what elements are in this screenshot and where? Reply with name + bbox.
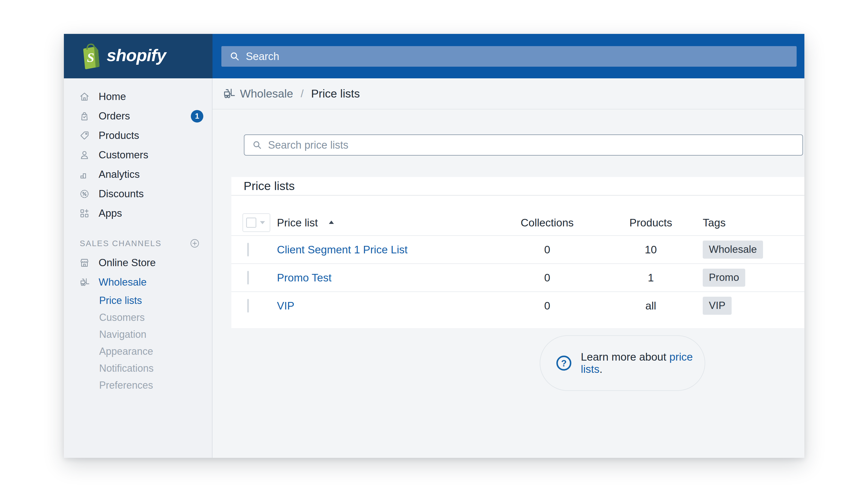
select-all-control[interactable] <box>242 213 270 232</box>
table-row: Promo Test 0 1 Promo <box>231 263 805 291</box>
sidebar-subitem-price-lists[interactable]: Price lists <box>64 292 212 309</box>
column-header-tags: Tags <box>703 217 805 229</box>
breadcrumb: Wholesale / Price lists <box>212 78 805 109</box>
column-header-collections: Collections <box>519 217 575 229</box>
storefront-icon <box>79 257 90 269</box>
home-icon <box>79 91 90 102</box>
search-icon <box>229 51 240 62</box>
sidebar-item-label: Customers <box>99 149 148 161</box>
breadcrumb-parent-link[interactable]: Wholesale <box>240 87 293 100</box>
table-row: Client Segment 1 Price List 0 10 Wholesa… <box>231 235 805 263</box>
sort-ascending-icon <box>329 221 334 224</box>
global-search-bar[interactable] <box>221 46 797 67</box>
learn-more-prefix: Learn more about <box>581 351 666 363</box>
content-area: Price lists Price list Collections Produ <box>212 110 805 458</box>
products-count: 1 <box>623 272 679 284</box>
app-window: shopify Home Orders 1 Products <box>64 34 805 458</box>
sidebar-subitem-navigation[interactable]: Navigation <box>64 326 212 343</box>
sidebar-item-label: Orders <box>99 110 130 122</box>
learn-more-callout: Learn more about price lists. <box>540 335 705 391</box>
price-lists-search-input[interactable] <box>268 139 802 151</box>
shopify-bag-icon <box>79 43 102 70</box>
topbar <box>212 34 805 78</box>
column-header-label: Price list <box>277 217 318 229</box>
page-background: shopify Home Orders 1 Products <box>0 0 868 492</box>
orders-count-badge: 1 <box>191 110 203 123</box>
price-lists-card: Price lists Price list Collections Produ <box>231 177 805 328</box>
tag-badge: Promo <box>703 269 745 287</box>
sidebar: Home Orders 1 Products Customers Analyti… <box>64 78 212 458</box>
sidebar-item-label: Online Store <box>99 257 156 269</box>
orders-bag-icon <box>79 110 90 122</box>
apps-grid-icon <box>79 207 90 219</box>
sidebar-item-apps[interactable]: Apps <box>64 204 212 223</box>
sidebar-item-analytics[interactable]: Analytics <box>64 165 212 184</box>
collections-count: 0 <box>519 300 575 312</box>
sidebar-item-home[interactable]: Home <box>64 87 212 106</box>
products-count: 10 <box>623 244 679 256</box>
help-circle-icon <box>555 354 572 372</box>
sidebar-item-label: Apps <box>99 207 122 219</box>
select-all-checkbox[interactable] <box>246 218 256 228</box>
bar-chart-icon <box>79 169 90 180</box>
price-list-link[interactable]: Promo Test <box>277 272 519 284</box>
sales-channels-header: SALES CHANNELS <box>64 233 212 253</box>
table-row: VIP 0 all VIP <box>231 291 805 319</box>
collections-count: 0 <box>519 244 575 256</box>
price-list-link[interactable]: Client Segment 1 Price List <box>277 244 519 256</box>
table-header-row: Price list Collections Products Tags <box>231 196 805 235</box>
breadcrumb-separator: / <box>301 88 304 100</box>
row-checkbox[interactable] <box>247 271 249 285</box>
sidebar-item-label: Discounts <box>99 188 144 200</box>
section-title: Price lists <box>231 177 805 196</box>
sidebar-item-products[interactable]: Products <box>64 126 212 145</box>
sidebar-item-discounts[interactable]: Discounts <box>64 184 212 204</box>
discount-badge-icon <box>79 188 90 200</box>
column-header-price-list[interactable]: Price list <box>277 217 519 229</box>
sidebar-subitem-appearance[interactable]: Appearance <box>64 343 212 360</box>
sidebar-subitem-preferences[interactable]: Preferences <box>64 377 212 394</box>
global-search-input[interactable] <box>246 51 792 63</box>
search-icon <box>252 140 262 150</box>
sidebar-item-customers[interactable]: Customers <box>64 145 212 165</box>
learn-more-text: Learn more about price lists. <box>581 351 705 375</box>
shopify-wordmark: shopify <box>107 45 166 67</box>
tag-badge: VIP <box>703 297 732 315</box>
sidebar-item-label: Wholesale <box>99 276 147 288</box>
price-list-link[interactable]: VIP <box>277 300 519 312</box>
forklift-icon <box>79 276 90 288</box>
sidebar-item-label: Products <box>99 130 139 141</box>
person-icon <box>79 149 90 161</box>
tag-icon <box>79 130 90 141</box>
row-checkbox[interactable] <box>247 299 249 313</box>
add-sales-channel-icon[interactable] <box>189 238 200 249</box>
shopify-logo: shopify <box>64 34 212 78</box>
row-checkbox[interactable] <box>247 243 249 256</box>
sidebar-item-label: Home <box>99 91 126 102</box>
page-title: Price lists <box>311 87 360 100</box>
chevron-down-icon <box>260 221 265 224</box>
tag-badge: Wholesale <box>703 241 763 259</box>
sidebar-subitem-notifications[interactable]: Notifications <box>64 360 212 377</box>
price-lists-search-bar[interactable] <box>244 134 803 155</box>
main-area: Wholesale / Price lists Price lists <box>212 78 805 458</box>
sidebar-item-orders[interactable]: Orders 1 <box>64 106 212 126</box>
sidebar-item-online-store[interactable]: Online Store <box>64 253 212 273</box>
learn-more-suffix: . <box>599 363 603 375</box>
sales-channels-label: SALES CHANNELS <box>80 239 162 248</box>
column-header-products: Products <box>623 217 679 229</box>
sidebar-item-wholesale[interactable]: Wholesale <box>64 273 212 292</box>
products-count: all <box>623 300 679 312</box>
sidebar-item-label: Analytics <box>99 169 140 180</box>
collections-count: 0 <box>519 272 575 284</box>
forklift-icon <box>222 87 236 101</box>
sidebar-subitem-cusomers[interactable]: Cusomers <box>64 309 212 326</box>
